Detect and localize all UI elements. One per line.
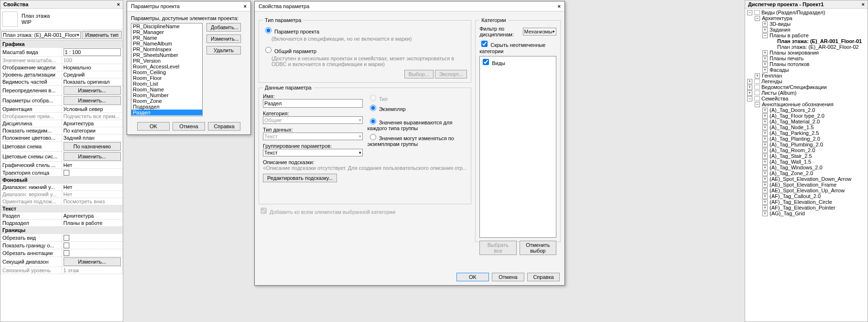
radio-align[interactable]: Значения выравниваются для каждого типа … bbox=[368, 117, 467, 131]
expand-icon[interactable]: + bbox=[762, 177, 768, 182]
row-section-val[interactable]: Архитектура bbox=[62, 212, 123, 220]
tree-node[interactable]: +(A)_Tag_Windows_2.0 bbox=[747, 165, 866, 170]
row-note-val[interactable]: Подчистить все прим... bbox=[62, 113, 123, 120]
cancel-button[interactable]: Отмена bbox=[492, 273, 524, 281]
expand-icon[interactable]: + bbox=[762, 211, 768, 216]
tree-node[interactable]: +Легенды bbox=[747, 78, 866, 84]
param-list-item[interactable]: Room_List bbox=[131, 81, 202, 87]
tree-node[interactable]: +(A)_Tag_Planting_2.0 bbox=[747, 136, 866, 142]
tree-node[interactable]: +(AE)_Spot_Elevation_Up_Arrow bbox=[747, 188, 866, 193]
add-button[interactable]: Добавить... bbox=[206, 23, 241, 32]
param-list-item[interactable]: PR_SheetsNumber bbox=[131, 52, 202, 58]
expand-icon[interactable]: + bbox=[762, 131, 768, 136]
modify-button[interactable]: Изменить... bbox=[206, 34, 241, 43]
tree-node[interactable]: +Генплан bbox=[747, 73, 866, 78]
expand-icon[interactable]: + bbox=[762, 154, 768, 159]
tree-node[interactable]: +(A)_Tag_Parking_2.5 bbox=[747, 130, 866, 136]
tree-node[interactable]: +(AF)_Tag_Elevation_Pointer bbox=[747, 205, 866, 211]
category-tree[interactable]: Виды bbox=[479, 56, 556, 238]
views-category-checkbox[interactable] bbox=[483, 59, 489, 65]
param-list-item[interactable]: Room_Floor bbox=[131, 75, 202, 81]
radio-instance[interactable]: Экземпляр bbox=[368, 103, 467, 112]
expand-icon[interactable]: + bbox=[747, 85, 752, 90]
tree-node[interactable]: +(AE)_Spot_Elevation_Down_Arrow bbox=[747, 176, 866, 182]
grouping-select[interactable]: Текст▾ bbox=[263, 149, 363, 156]
expand-icon[interactable]: + bbox=[762, 113, 768, 119]
expand-icon[interactable]: + bbox=[762, 136, 768, 142]
expand-icon[interactable]: + bbox=[762, 171, 768, 176]
tree-node[interactable]: +(A)_Tag_Material_2.0 bbox=[747, 119, 866, 124]
param-list-item[interactable]: Room_Zone bbox=[131, 98, 202, 104]
param-list-item[interactable]: PR_NameAlbum bbox=[131, 41, 202, 46]
param-list-item[interactable]: PR_DisciplineName bbox=[131, 23, 202, 29]
tree-node[interactable]: +(AF)_Tag_Callout_2.0 bbox=[747, 193, 866, 199]
row-cloc-val[interactable]: Задний план bbox=[62, 134, 123, 142]
row-disc-val[interactable]: Архитектура bbox=[62, 120, 123, 127]
tree-node[interactable]: +Листы (Album) bbox=[747, 90, 866, 96]
expand-icon[interactable]: + bbox=[762, 56, 768, 61]
tree-node[interactable]: +(AE)_Spot_Elevation_Frame bbox=[747, 182, 866, 188]
tree-node[interactable]: +Задания bbox=[747, 27, 866, 33]
parameter-listbox[interactable]: PR_DisciplineNamePR_ManagerPR_NamePR_Nam… bbox=[131, 23, 203, 116]
radio-project-param[interactable]: Параметр проекта bbox=[263, 26, 467, 34]
edit-type-button[interactable]: Изменить тип bbox=[82, 31, 122, 39]
param-list-item[interactable]: PR_NormInspex bbox=[131, 46, 202, 52]
tree-node[interactable]: +Ведомости/Спецификации bbox=[747, 84, 866, 90]
tree-node[interactable]: +(A)_Tag_Plumbing_2.0 bbox=[747, 142, 866, 147]
tree-node[interactable]: −Архитектура bbox=[747, 15, 866, 21]
collapse-icon[interactable]: − bbox=[762, 33, 768, 38]
help-button[interactable]: Справка bbox=[208, 122, 240, 131]
param-list-item[interactable]: Подраздел bbox=[131, 104, 202, 110]
expand-icon[interactable]: + bbox=[762, 142, 768, 147]
expand-icon[interactable]: + bbox=[762, 159, 768, 165]
expand-icon[interactable]: + bbox=[762, 148, 768, 153]
scale-input[interactable] bbox=[64, 48, 121, 56]
tree-node[interactable]: +Планы зонирования bbox=[747, 50, 866, 56]
crop-checkbox[interactable] bbox=[64, 235, 69, 241]
close-icon[interactable]: × bbox=[117, 1, 120, 7]
row-orient-val[interactable]: Условный север bbox=[62, 106, 123, 113]
type-selector[interactable]: План этажа WIP bbox=[0, 9, 123, 30]
expand-icon[interactable]: + bbox=[762, 205, 768, 211]
tree-node[interactable]: План этажа: (E)_AR-002_Floor-02 bbox=[747, 44, 866, 50]
close-icon[interactable]: × bbox=[862, 1, 865, 7]
expand-icon[interactable]: + bbox=[755, 73, 760, 78]
row-vis-val[interactable]: Показать оригинал bbox=[62, 78, 123, 86]
syscolor-button[interactable]: Изменить... bbox=[64, 152, 121, 161]
help-button[interactable]: Справка bbox=[527, 273, 560, 281]
uncheckall-button[interactable]: Отменить выбор bbox=[520, 241, 556, 255]
param-list-item[interactable]: Room_Ceiling bbox=[131, 69, 202, 75]
tree-node[interactable]: +Планы потолков bbox=[747, 61, 866, 67]
delete-button[interactable]: Удалить bbox=[206, 46, 241, 55]
close-icon[interactable]: × bbox=[244, 3, 247, 9]
tree-node[interactable]: −Виды (Раздел/Подраздел) bbox=[747, 10, 866, 15]
overrides-button[interactable]: Изменить... bbox=[64, 86, 121, 95]
expand-icon[interactable]: + bbox=[762, 62, 768, 67]
tree-node[interactable]: −Планы в работе bbox=[747, 33, 866, 38]
param-list-item[interactable]: PR_Manager bbox=[131, 29, 202, 35]
tree-node[interactable]: +(A)_Tag_Stair_2.5 bbox=[747, 153, 866, 159]
tree-node[interactable]: +(AG)_Tag_Grid bbox=[747, 211, 866, 216]
expand-icon[interactable]: + bbox=[762, 165, 768, 170]
expand-icon[interactable]: + bbox=[762, 119, 768, 124]
tree-node[interactable]: +3D-виды bbox=[747, 21, 866, 27]
expand-icon[interactable]: + bbox=[762, 22, 768, 27]
expand-icon[interactable]: + bbox=[762, 27, 768, 33]
showcrop-checkbox[interactable] bbox=[64, 243, 69, 248]
expand-icon[interactable]: + bbox=[762, 194, 768, 199]
param-list-item[interactable]: PR_Version bbox=[131, 58, 202, 64]
tree-node[interactable]: −Семейства bbox=[747, 96, 866, 101]
cropanno-checkbox[interactable] bbox=[64, 250, 69, 256]
edit-tooltip-button[interactable]: Редактировать подсказку... bbox=[263, 174, 337, 182]
project-browser-tree[interactable]: −Виды (Раздел/Подраздел)−Архитектура+3D-… bbox=[745, 9, 868, 320]
row-hid-val[interactable]: По категории bbox=[62, 127, 123, 134]
expand-icon[interactable]: + bbox=[762, 50, 768, 56]
tree-node[interactable]: +(A)_Tag_Doors_2.0 bbox=[747, 107, 866, 113]
param-list-item[interactable]: PR_Name bbox=[131, 35, 202, 41]
tree-node[interactable]: −Аннотационные обозначения bbox=[747, 101, 866, 107]
name-input[interactable] bbox=[263, 99, 363, 108]
expand-icon[interactable]: + bbox=[747, 90, 752, 96]
filter-select[interactable]: Механизмы▾ bbox=[523, 28, 556, 35]
expand-icon[interactable]: + bbox=[762, 125, 768, 130]
param-list-item[interactable]: Room_Name bbox=[131, 87, 202, 92]
